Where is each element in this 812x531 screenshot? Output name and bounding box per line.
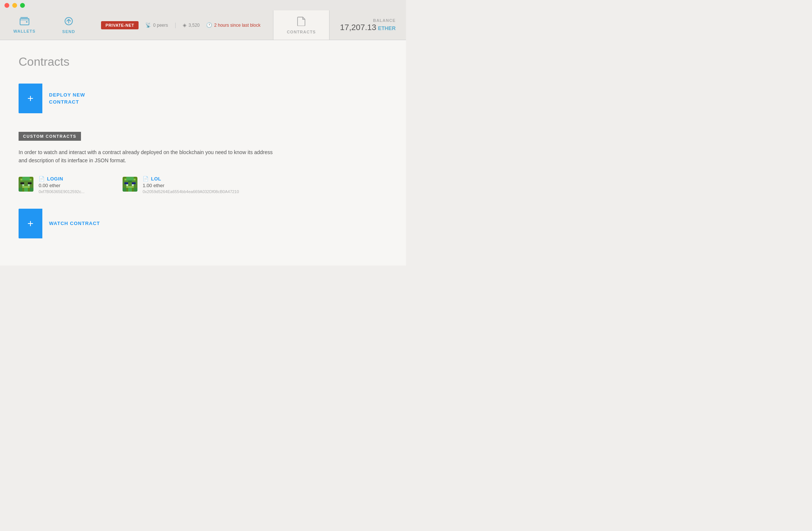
contract-balance-login: 0.00 ether: [39, 183, 85, 188]
contract-item-login[interactable]: 📄 LOGIN 0.00 ether 0xf7B06365E9012592c..…: [19, 176, 100, 194]
page-title: Contracts: [19, 55, 387, 69]
contracts-nav-label: CONTRACTS: [287, 30, 316, 34]
deploy-plus-icon: +: [19, 84, 42, 113]
deploy-label: DEPLOY NEWCONTRACT: [49, 91, 85, 106]
peers-status: 📡 0 peers: [145, 22, 168, 28]
svg-rect-25: [128, 188, 132, 192]
svg-rect-22: [124, 182, 128, 184]
wallets-label: WALLETS: [13, 29, 36, 33]
svg-rect-23: [132, 182, 136, 184]
contract-info-login: 📄 LOGIN 0.00 ether 0xf7B06365E9012592c..…: [39, 176, 85, 194]
deploy-contract-button[interactable]: + DEPLOY NEWCONTRACT: [19, 84, 387, 113]
balance-amount: 17,207.13: [340, 23, 376, 32]
svg-rect-15: [22, 184, 24, 186]
balance-display: 17,207.13 ETHER: [340, 23, 396, 32]
svg-rect-11: [22, 186, 30, 188]
svg-rect-16: [28, 184, 30, 186]
section-header-label: CUSTOM CONTRACTS: [19, 132, 81, 141]
svg-rect-29: [132, 184, 134, 186]
clock-icon: 🕐: [206, 22, 212, 28]
contracts-list: 📄 LOGIN 0.00 ether 0xf7B06365E9012592c..…: [19, 176, 387, 194]
svg-rect-7: [22, 177, 30, 180]
svg-rect-1: [20, 19, 29, 21]
contract-name-lol: 📄 LOL: [143, 176, 239, 182]
contract-balance-lol: 1.00 ether: [143, 183, 239, 188]
nav-bar: WALLETS SEND PRIVATE-NET 📡 0 peers | ◈ 3…: [0, 10, 406, 40]
svg-rect-9: [20, 182, 24, 184]
wallets-icon: [20, 17, 29, 27]
nav-status: PRIVATE-NET 📡 0 peers | ◈ 3,520 🕐 2 hour…: [88, 10, 273, 40]
nav-contracts[interactable]: CONTRACTS: [273, 10, 329, 40]
svg-rect-20: [126, 177, 134, 180]
custom-contracts-description: In order to watch and interact with a co…: [19, 148, 279, 165]
send-icon: [64, 17, 73, 28]
nav-wallets[interactable]: WALLETS: [0, 10, 49, 40]
contract-address-login: 0xf7B06365E9012592c...: [39, 189, 85, 194]
watch-contract-button[interactable]: + WATCH CONTRACT: [19, 209, 387, 238]
main-content: Contracts + DEPLOY NEWCONTRACT CUSTOM CO…: [0, 40, 406, 266]
contract-avatar-login: [19, 177, 33, 192]
svg-rect-26: [123, 188, 126, 192]
network-badge: PRIVATE-NET: [101, 21, 139, 29]
send-label: SEND: [62, 29, 75, 34]
title-bar: [0, 0, 406, 10]
separator: |: [175, 22, 176, 29]
balance-currency: ETHER: [378, 25, 396, 31]
last-block-status: 🕐 2 hours since last block: [206, 22, 260, 28]
svg-point-2: [26, 21, 27, 23]
balance-label: BALANCE: [373, 18, 396, 23]
nav-send[interactable]: SEND: [49, 10, 89, 40]
custom-contracts-header: CUSTOM CONTRACTS: [19, 132, 387, 148]
svg-rect-24: [126, 186, 134, 188]
contract-address-lol: 0x2059d5264Ea6554bb4ea669A032Df08cB0A472…: [143, 189, 239, 194]
balance-section: BALANCE 17,207.13 ETHER: [329, 10, 406, 40]
contract-avatar-lol: [123, 177, 137, 192]
minimize-button[interactable]: [12, 3, 17, 8]
svg-rect-30: [128, 180, 132, 182]
contract-file-icon-2: 📄: [143, 176, 149, 182]
watch-label: WATCH CONTRACT: [49, 221, 100, 226]
contract-info-lol: 📄 LOL 1.00 ether 0x2059d5264Ea6554bb4ea6…: [143, 176, 239, 194]
wifi-icon: 📡: [145, 22, 151, 28]
maximize-button[interactable]: [20, 3, 25, 8]
svg-rect-27: [134, 188, 137, 192]
blocks-icon: ◈: [183, 22, 186, 28]
watch-plus-icon: +: [19, 209, 42, 238]
svg-rect-13: [19, 188, 22, 192]
svg-rect-14: [30, 188, 33, 192]
contracts-icon: [297, 16, 306, 28]
contract-file-icon: 📄: [39, 176, 45, 182]
contract-item-lol[interactable]: 📄 LOL 1.00 ether 0x2059d5264Ea6554bb4ea6…: [123, 176, 239, 194]
svg-rect-10: [28, 182, 32, 184]
contract-name-login: 📄 LOGIN: [39, 176, 85, 182]
blocks-status: ◈ 3,520: [183, 22, 199, 28]
svg-rect-12: [24, 188, 28, 192]
svg-rect-28: [126, 184, 128, 186]
close-button[interactable]: [4, 3, 9, 8]
